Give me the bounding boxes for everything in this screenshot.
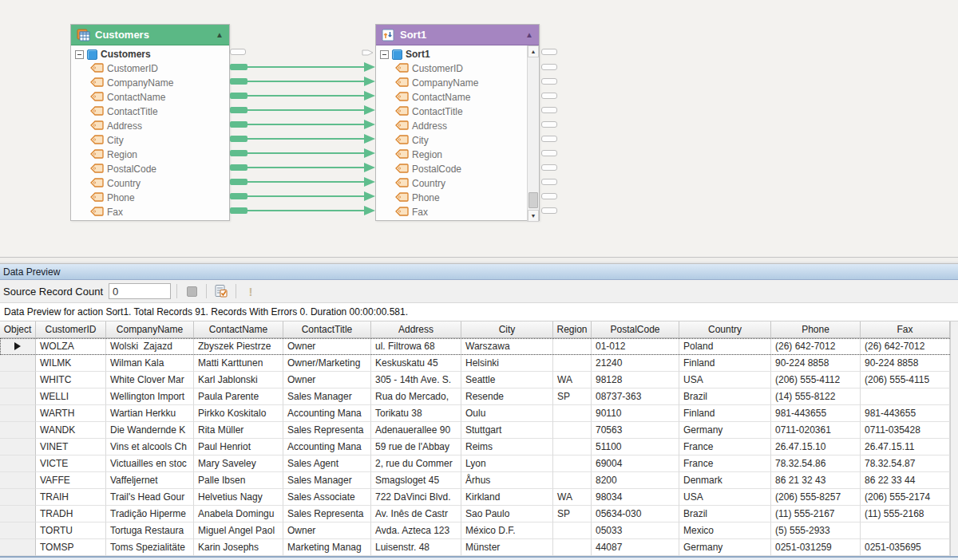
cell-contacttitle[interactable]: Sales Representa	[283, 506, 371, 523]
row-selector-cell[interactable]	[0, 422, 36, 439]
mapping-arrow[interactable]	[364, 148, 375, 158]
table-row[interactable]: VINETVins et alcools ChPaul HenriotAccou…	[0, 439, 958, 455]
cell-region[interactable]: SP	[553, 506, 592, 523]
column-header-fax[interactable]: Fax	[861, 321, 950, 338]
cell-fax[interactable]: 0251-035695	[861, 539, 950, 556]
row-selector-cell[interactable]	[0, 455, 36, 472]
cell-contacttitle[interactable]: Sales Representa	[283, 422, 371, 439]
horizontal-splitter[interactable]	[0, 257, 958, 264]
cell-phone[interactable]: 0251-031259	[771, 539, 861, 556]
cell-fax[interactable]: (206) 555-2174	[861, 489, 950, 506]
mapping-source-stub[interactable]	[230, 64, 247, 70]
cell-country[interactable]: France	[679, 455, 771, 472]
cell-address[interactable]: ul. Filtrowa 68	[371, 338, 461, 355]
column-header-postalcode[interactable]: PostalCode	[592, 321, 679, 338]
cell-phone[interactable]: (5) 555-2933	[771, 523, 861, 539]
mapping-line[interactable]	[247, 124, 364, 125]
table-row[interactable]: WELLIWellington ImportPaula ParenteSales…	[0, 388, 958, 405]
target-node-header[interactable]: Sort1 ▲	[376, 25, 539, 45]
cell-region[interactable]	[553, 523, 592, 539]
cell-customerid[interactable]: TRADH	[36, 506, 106, 523]
cell-contacttitle[interactable]: Sales Manager	[283, 388, 371, 405]
cell-city[interactable]: Stuttgart	[461, 422, 553, 439]
cell-contactname[interactable]: Karl Jablonski	[194, 372, 283, 388]
row-selector-cell[interactable]	[0, 539, 36, 556]
output-port[interactable]	[230, 49, 246, 55]
cell-country[interactable]: USA	[679, 372, 771, 388]
cell-fax[interactable]: 78.32.54.87	[861, 455, 950, 472]
cell-country[interactable]: Brazil	[679, 506, 771, 523]
cell-postalcode[interactable]: 21240	[592, 355, 679, 372]
cell-fax[interactable]: 0711-035428	[861, 422, 950, 439]
source-node-header[interactable]: Customers ▲	[71, 25, 229, 45]
cell-address[interactable]: Adenauerallee 90	[371, 422, 461, 439]
cell-companyname[interactable]: Vaffeljernet	[106, 472, 194, 489]
cell-companyname[interactable]: Tradição Hiperme	[106, 506, 194, 523]
field-row-contacttitle[interactable]: ContactTitle	[376, 105, 539, 119]
cell-customerid[interactable]: TRAIH	[36, 489, 106, 506]
cell-city[interactable]: Warszawa	[461, 338, 553, 355]
cell-country[interactable]: Mexico	[679, 523, 771, 539]
cell-address[interactable]: Luisenstr. 48	[371, 539, 461, 556]
field-row-city[interactable]: City	[376, 133, 539, 148]
cell-fax[interactable]: (206) 555-4115	[861, 372, 950, 388]
output-port[interactable]	[541, 150, 557, 156]
cell-fax[interactable]: 90-224 8858	[861, 355, 950, 372]
cell-phone[interactable]: (206) 555-4112	[771, 372, 861, 388]
scroll-down-icon[interactable]: ▼	[528, 210, 539, 222]
cell-fax[interactable]: (26) 642-7012	[861, 338, 950, 355]
cell-contacttitle[interactable]: Accounting Mana	[283, 405, 371, 422]
cell-contactname[interactable]: Karin Josephs	[194, 539, 283, 556]
field-row-fax[interactable]: Fax	[376, 205, 539, 219]
cell-country[interactable]: USA	[679, 489, 771, 506]
mapping-line[interactable]	[247, 95, 364, 97]
cell-country[interactable]: Finland	[679, 405, 771, 422]
stop-icon[interactable]	[183, 282, 200, 300]
collapse-expander-icon[interactable]	[380, 50, 389, 59]
table-row[interactable]: VAFFEVaffeljernetPalle IbsenSales Manage…	[0, 472, 958, 489]
source-record-count-input[interactable]	[109, 283, 171, 299]
cell-postalcode[interactable]: 69004	[592, 455, 679, 472]
mapping-source-stub[interactable]	[230, 107, 247, 113]
cell-postalcode[interactable]: 01-012	[592, 338, 679, 355]
cell-companyname[interactable]: Wilman Kala	[106, 355, 194, 372]
cell-contacttitle[interactable]: Sales Agent	[283, 455, 371, 472]
cell-postalcode[interactable]: 98034	[592, 489, 679, 506]
mapping-line[interactable]	[247, 210, 364, 211]
cell-contactname[interactable]: Pirkko Koskitalo	[194, 405, 283, 422]
cell-customerid[interactable]: WANDK	[36, 422, 106, 439]
error-icon[interactable]: !	[242, 282, 259, 300]
cell-customerid[interactable]: VAFFE	[36, 472, 106, 489]
scrollbar-thumb[interactable]	[528, 192, 538, 208]
cell-postalcode[interactable]: 44087	[592, 539, 679, 556]
source-node-customers[interactable]: Customers ▲ Customers CustomerIDCompanyN…	[70, 24, 230, 221]
cell-fax[interactable]	[861, 523, 950, 539]
cell-address[interactable]: Torikatu 38	[371, 405, 461, 422]
output-port[interactable]	[541, 179, 557, 185]
mapping-arrow[interactable]	[364, 163, 375, 172]
mapping-line[interactable]	[247, 195, 364, 197]
cell-country[interactable]: Germany	[679, 539, 771, 556]
field-row-companyname[interactable]: CompanyName	[376, 76, 539, 90]
table-row[interactable]: WHITCWhite Clover MarKarl JablonskiOwner…	[0, 372, 958, 388]
cell-companyname[interactable]: Wellington Import	[106, 388, 194, 405]
column-header-country[interactable]: Country	[679, 321, 771, 338]
cell-contactname[interactable]: Miguel Angel Paol	[194, 523, 283, 539]
column-header-companyname[interactable]: CompanyName	[106, 321, 194, 338]
cell-region[interactable]: WA	[553, 372, 592, 388]
tree-root-row[interactable]: Customers	[71, 47, 229, 61]
mapping-source-stub[interactable]	[230, 193, 247, 199]
cell-city[interactable]: Oulu	[461, 405, 553, 422]
cell-customerid[interactable]: TORTU	[36, 523, 106, 539]
row-selector-cell[interactable]	[0, 355, 36, 372]
cell-address[interactable]: 2, rue du Commer	[371, 455, 461, 472]
cell-city[interactable]: Sao Paulo	[461, 506, 553, 523]
cell-customerid[interactable]: WOLZA	[36, 338, 106, 355]
table-row[interactable]: WANDKDie Wandernde KRita MüllerSales Rep…	[0, 422, 958, 439]
cell-address[interactable]: Smagsloget 45	[371, 472, 461, 489]
column-header-contactname[interactable]: ContactName	[194, 321, 283, 338]
table-row[interactable]: WOLZAWolski ZajazdZbyszek PiestrzeOwneru…	[0, 338, 958, 355]
row-selector-cell[interactable]	[0, 523, 36, 539]
cell-country[interactable]: Brazil	[679, 388, 771, 405]
cell-address[interactable]: Av. Inês de Castr	[371, 506, 461, 523]
